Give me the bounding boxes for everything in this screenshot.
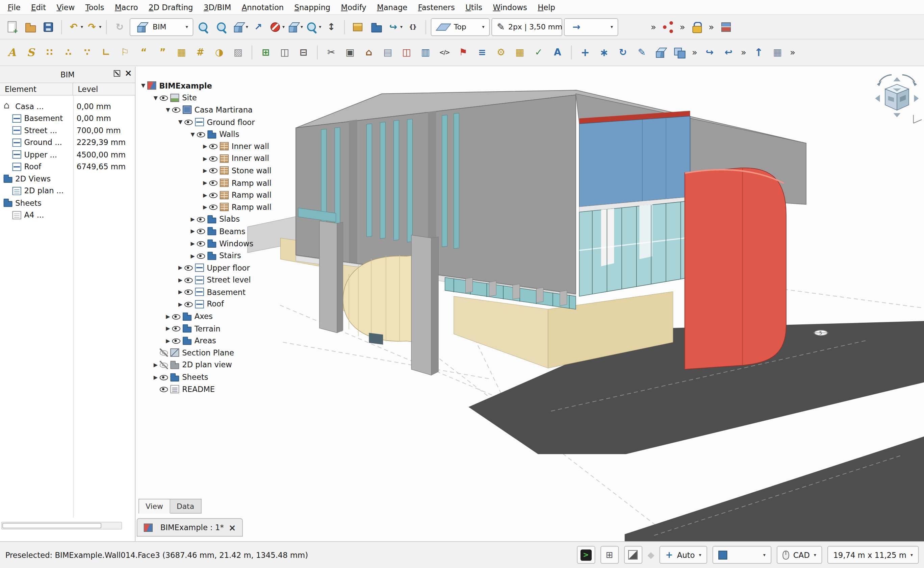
menu-3d-bim[interactable]: 3D/BIM <box>198 1 237 14</box>
tree-item-site[interactable]: ▼Site <box>138 92 321 104</box>
draft-polar-array-icon[interactable]: ∵ <box>79 44 96 61</box>
tree-item-casa-martirana[interactable]: ▼Casa Martirana <box>138 104 321 116</box>
dropdown-caret[interactable]: ▾ <box>81 24 83 30</box>
draft-upgrade-icon[interactable]: ↑ <box>751 44 767 61</box>
visibility-eye-icon[interactable] <box>160 373 168 381</box>
menu-tools[interactable]: Tools <box>80 1 109 14</box>
tree-expander[interactable]: ▶ <box>188 253 197 258</box>
python-console-button[interactable]: > <box>577 546 595 563</box>
menu-help[interactable]: Help <box>532 1 560 14</box>
tree-item-walls[interactable]: ▼Walls <box>138 128 321 140</box>
save-icon[interactable] <box>40 18 57 35</box>
visibility-eye-icon[interactable] <box>172 312 180 320</box>
draft-scale-icon[interactable]: ∗ <box>596 44 612 61</box>
bim-library-icon[interactable] <box>368 18 384 35</box>
element-row-ground[interactable]: Ground ...2229,39 mm <box>0 136 135 149</box>
tree-expander[interactable]: ▶ <box>201 204 209 210</box>
menu-macro[interactable]: Macro <box>109 1 143 14</box>
dropdown-caret[interactable]: ▾ <box>246 24 248 30</box>
bim-checklist-icon[interactable]: ✓ <box>531 44 547 61</box>
undo-icon[interactable]: ↶▾ <box>66 18 83 35</box>
visibility-eye-off-icon[interactable] <box>160 349 168 357</box>
element-row-2d-views[interactable]: 2D Views <box>0 173 135 185</box>
sync-view-icon[interactable]: ↗ <box>250 18 267 35</box>
bim-working-plane-view-icon[interactable]: ⊞ <box>258 44 274 61</box>
tree-item-ramp-wall[interactable]: ▶Ramp wall <box>138 189 321 201</box>
color-dropdown[interactable]: ▾ <box>713 546 772 563</box>
visibility-eye-icon[interactable] <box>184 264 193 272</box>
visibility-eye-icon[interactable] <box>184 276 193 284</box>
tree-expander[interactable]: ▼ <box>176 119 184 125</box>
draft-hatch-icon[interactable]: ▦ <box>173 44 190 61</box>
tree-item-axes[interactable]: ▶Axes <box>138 310 321 322</box>
tree-expander[interactable]: ▶ <box>151 374 160 380</box>
visibility-eye-icon[interactable] <box>184 118 193 126</box>
menu-modify[interactable]: Modify <box>336 1 372 14</box>
refresh-icon[interactable]: ↻ <box>112 18 128 35</box>
visibility-eye-icon[interactable] <box>172 337 180 344</box>
tree-expander[interactable]: ▶ <box>201 156 209 161</box>
visibility-eye-off-icon[interactable] <box>160 361 168 369</box>
measure-icon[interactable]: ↕ <box>323 18 339 35</box>
draft-move-icon[interactable]: + <box>577 44 593 61</box>
tree-item-inner-wall[interactable]: ▶Inner wall <box>138 153 321 165</box>
bim-project-icon[interactable]: ⌂ <box>361 44 377 61</box>
toolbar-overflow-chevron[interactable]: » <box>708 22 714 32</box>
tree-item-2d-plan-view[interactable]: ▶2D plan view <box>138 359 321 371</box>
tree-expander[interactable]: ▶ <box>164 338 172 343</box>
toolbar-overflow-chevron[interactable]: » <box>692 47 697 58</box>
tree-expander[interactable]: ▶ <box>188 216 197 222</box>
zoom-tools-icon[interactable]: ▾ <box>304 18 321 35</box>
draft-dimension-icon[interactable]: “ <box>136 44 152 61</box>
tree-expander[interactable]: ▼ <box>164 107 172 113</box>
tree-expander[interactable]: ▶ <box>164 326 172 331</box>
element-row-basement[interactable]: Basement0,00 mm <box>0 112 135 124</box>
element-row-sheets[interactable]: Sheets <box>0 197 135 209</box>
bim-spreadsheet-icon[interactable]: ▦ <box>512 44 528 61</box>
draft-rotate-icon[interactable]: ↻ <box>615 44 631 61</box>
bim-code-icon[interactable]: </> <box>436 44 452 61</box>
dropdown-caret[interactable]: ▾ <box>99 24 101 30</box>
tree-item-stone-wall[interactable]: ▶Stone wall <box>138 165 321 177</box>
bim-window-icon[interactable]: ◫ <box>398 44 415 61</box>
tree-item-ramp-wall[interactable]: ▶Ramp wall <box>138 201 321 213</box>
dropdown-caret[interactable]: ▾ <box>400 24 402 30</box>
tree-item-readme[interactable]: README <box>138 383 321 395</box>
visibility-eye-icon[interactable] <box>209 179 217 187</box>
redo-icon[interactable]: ↷▾ <box>85 18 101 35</box>
part-compound-icon[interactable] <box>671 44 688 61</box>
element-row-upper[interactable]: Upper ...4500,00 mm <box>0 149 135 161</box>
tree-item-street-level[interactable]: ▶Street level <box>138 274 321 286</box>
element-row-a4[interactable]: A4 ... <box>0 209 135 221</box>
link-nodes-icon[interactable] <box>660 18 676 35</box>
menu-edit[interactable]: Edit <box>26 1 51 14</box>
tree-item-basement[interactable]: ▶Basement <box>138 286 321 298</box>
visibility-eye-icon[interactable] <box>197 215 205 224</box>
tree-expander[interactable]: ▶ <box>176 277 184 283</box>
new-document-icon[interactable] <box>3 18 20 35</box>
draft-fillet-icon[interactable]: ∟ <box>98 44 115 61</box>
toggle-navigation-icon[interactable]: ▾ <box>268 18 285 35</box>
visibility-eye-icon[interactable] <box>197 130 205 138</box>
draft-grid-icon[interactable]: # <box>192 44 209 61</box>
tree-expander[interactable]: ▶ <box>201 180 209 186</box>
tree-item-section-plane[interactable]: Section Plane <box>138 347 321 359</box>
menu-snapping[interactable]: Snapping <box>289 1 336 14</box>
red-curved-wall[interactable] <box>685 168 786 369</box>
part-box-icon[interactable] <box>653 44 669 61</box>
open-file-icon[interactable] <box>22 18 39 35</box>
bim-box-icon[interactable] <box>350 18 366 35</box>
draft-orthopoint-icon[interactable]: ◑ <box>211 44 228 61</box>
tree-expander[interactable]: ▶ <box>151 362 160 368</box>
draft-mirror-icon[interactable]: ↩ <box>721 44 737 61</box>
visibility-eye-icon[interactable] <box>160 385 168 393</box>
menu-windows[interactable]: Windows <box>488 1 532 14</box>
visibility-eye-icon[interactable] <box>160 94 168 102</box>
menu-file[interactable]: File <box>2 1 26 14</box>
tree-expander[interactable]: ▶ <box>188 240 197 246</box>
element-row-casa[interactable]: Casa ...0,00 mm <box>0 100 135 113</box>
visibility-eye-icon[interactable] <box>209 191 217 199</box>
draft-text-icon[interactable]: A <box>3 44 20 61</box>
working-plane-button[interactable]: Top▾ <box>431 18 490 35</box>
dropdown-caret[interactable]: ▾ <box>319 24 321 30</box>
